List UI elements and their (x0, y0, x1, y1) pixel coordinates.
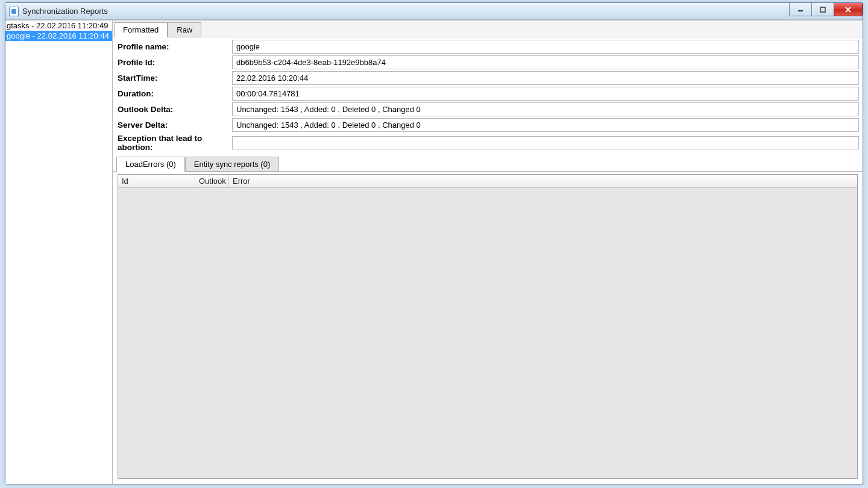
minimize-button[interactable] (789, 3, 812, 16)
close-button[interactable] (834, 3, 863, 16)
label-start-time: StartTime: (116, 74, 232, 83)
col-error[interactable]: Error (229, 175, 257, 187)
view-tabs: Formatted Raw (113, 20, 863, 37)
value-outlook-delta[interactable]: Unchanged: 1543 , Added: 0 , Deleted 0 ,… (232, 102, 859, 116)
minimize-icon (797, 6, 804, 13)
label-profile-name: Profile name: (116, 42, 232, 51)
value-duration[interactable]: 00:00:04.7814781 (232, 87, 859, 101)
label-outlook-delta: Outlook Delta: (116, 105, 232, 114)
row-exception: Exception that lead to abortion: (116, 134, 859, 152)
label-profile-id: Profile Id: (116, 58, 232, 67)
tab-entity-reports[interactable]: Entity sync reports (0) (185, 157, 279, 172)
maximize-icon (819, 6, 826, 13)
detail-tabs: LoadErrors (0) Entity sync reports (0) (113, 155, 863, 172)
close-icon (844, 6, 852, 13)
value-profile-id[interactable]: db6b9b53-c204-4de3-8eab-1192e9bb8a74 (232, 55, 859, 69)
label-duration: Duration: (116, 89, 232, 98)
grid-header: Id Outlook Error (118, 175, 857, 188)
main-panel: Formatted Raw Profile name: google Profi… (113, 20, 863, 484)
col-outlook[interactable]: Outlook (195, 175, 229, 187)
maximize-button[interactable] (811, 3, 834, 16)
client-area: gtasks - 22.02.2016 11:20:49 google - 22… (5, 20, 863, 484)
value-exception[interactable] (232, 136, 859, 149)
row-profile-id: Profile Id: db6b9b53-c204-4de3-8eab-1192… (116, 55, 859, 69)
row-start-time: StartTime: 22.02.2016 10:20:44 (116, 71, 859, 85)
tab-formatted[interactable]: Formatted (114, 22, 168, 37)
report-list-item[interactable]: gtasks - 22.02.2016 11:20:49 (5, 20, 112, 31)
tab-load-errors[interactable]: LoadErrors (0) (116, 157, 185, 172)
field-grid: Profile name: google Profile Id: db6b9b5… (113, 37, 863, 155)
app-window: Synchronization Reports gtasks - 22.02.2… (5, 2, 863, 484)
window-buttons (790, 3, 863, 16)
value-server-delta[interactable]: Unchanged: 1543 , Added: 0 , Deleted 0 ,… (232, 118, 859, 132)
row-profile-name: Profile name: google (116, 40, 859, 54)
window-title: Synchronization Reports (22, 7, 108, 16)
col-id[interactable]: Id (118, 175, 195, 187)
report-list-item[interactable]: google - 22.02.2016 11:20:44 (5, 31, 112, 41)
label-server-delta: Server Delta: (116, 120, 232, 130)
report-list[interactable]: gtasks - 22.02.2016 11:20:49 google - 22… (5, 20, 113, 484)
value-start-time[interactable]: 22.02.2016 10:20:44 (232, 71, 859, 85)
tab-raw[interactable]: Raw (168, 22, 201, 37)
app-icon (9, 7, 19, 16)
titlebar[interactable]: Synchronization Reports (5, 3, 863, 20)
svg-rect-1 (820, 7, 825, 12)
row-outlook-delta: Outlook Delta: Unchanged: 1543 , Added: … (116, 102, 859, 116)
value-profile-name[interactable]: google (232, 40, 859, 54)
row-server-delta: Server Delta: Unchanged: 1543 , Added: 0… (116, 118, 859, 132)
label-exception: Exception that lead to abortion: (116, 134, 232, 152)
row-duration: Duration: 00:00:04.7814781 (116, 87, 859, 101)
error-grid[interactable]: Id Outlook Error (118, 174, 858, 479)
grid-body (118, 188, 857, 478)
